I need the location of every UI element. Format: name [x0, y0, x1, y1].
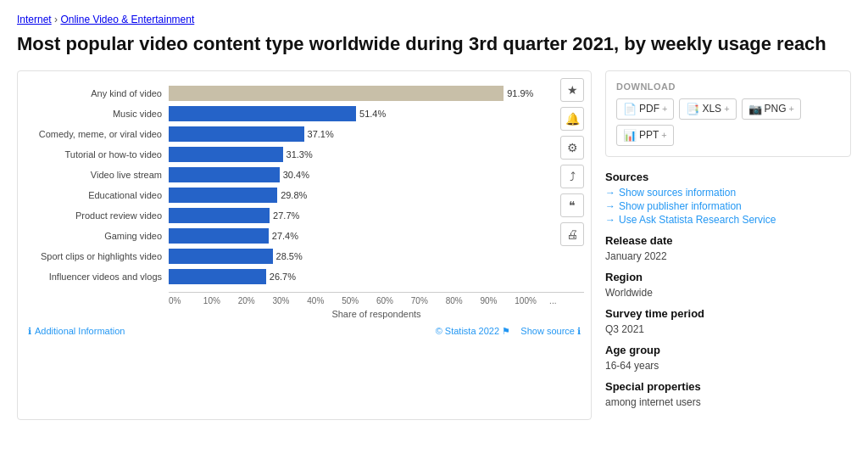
region-value: Worldwide	[605, 287, 851, 299]
xls-label: XLS	[702, 103, 721, 115]
breadcrumb-link-video[interactable]: Online Video & Entertainment	[60, 14, 194, 25]
bar-percent: 28.5%	[276, 251, 303, 261]
region-title: Region	[605, 271, 851, 283]
x-axis-label: 40%	[307, 296, 342, 305]
bar-row: Educational video29.8%	[25, 187, 584, 204]
bar-percent: 51.4%	[359, 109, 386, 119]
bar-fill	[169, 106, 356, 121]
bar-label: Video live stream	[25, 170, 169, 180]
bar-percent: 27.7%	[273, 210, 299, 221]
png-plus: +	[789, 104, 794, 114]
pdf-plus: +	[662, 104, 667, 114]
bar-row: Gaming video27.4%	[25, 227, 584, 244]
download-pdf-button[interactable]: 📄 PDF +	[616, 98, 674, 120]
bar-wrapper: 51.4%	[169, 105, 584, 122]
bar-percent: 30.4%	[283, 170, 309, 180]
bar-row: Tutorial or how-to video31.3%	[25, 146, 584, 163]
sources-block: Sources Show sources information Show pu…	[605, 171, 851, 226]
main-content: Any kind of video91.9%Music video51.4%Co…	[17, 70, 851, 420]
gear-button[interactable]: ⚙	[560, 136, 584, 160]
bar-fill	[169, 249, 273, 264]
breadcrumb-separator: ›	[54, 14, 58, 25]
download-png-button[interactable]: 📷 PNG +	[742, 98, 801, 120]
bar-percent: 27.4%	[272, 231, 298, 241]
x-axis-label: 30%	[272, 296, 307, 305]
bar-wrapper: 91.9%	[169, 85, 584, 102]
x-axis-label: 70%	[411, 296, 446, 305]
bar-row: Comedy, meme, or viral video37.1%	[25, 126, 584, 143]
ppt-icon: 📊	[623, 129, 637, 142]
ask-statista-link[interactable]: Use Ask Statista Research Service	[605, 214, 851, 226]
sources-title: Sources	[605, 171, 851, 183]
download-xls-button[interactable]: 📑 XLS +	[679, 98, 736, 120]
show-sources-link[interactable]: Show sources information	[605, 187, 851, 199]
bar-row: Influencer videos and vlogs26.7%	[25, 268, 584, 285]
special-properties-value: among internet users	[605, 396, 851, 408]
bar-label: Tutorial or how-to video	[25, 149, 169, 160]
x-axis-label: 100%	[515, 296, 549, 305]
x-axis-label: 50%	[342, 296, 376, 305]
age-group-title: Age group	[605, 344, 851, 356]
footer-right: © Statista 2022 ⚑ Show source ℹ	[436, 326, 581, 337]
survey-time-block: Survey time period Q3 2021	[605, 307, 851, 335]
bar-fill	[169, 228, 269, 244]
breadcrumb-link-internet[interactable]: Internet	[17, 14, 52, 25]
copyright-text: © Statista 2022	[436, 326, 499, 336]
xls-plus: +	[724, 104, 729, 114]
bar-row: Any kind of video91.9%	[25, 85, 584, 102]
bar-wrapper: 31.3%	[169, 146, 584, 163]
bar-fill	[169, 126, 304, 142]
additional-info[interactable]: ℹ Additional Information	[28, 326, 125, 337]
bar-fill	[169, 188, 277, 203]
pdf-icon: 📄	[623, 103, 637, 115]
bar-percent: 37.1%	[308, 129, 334, 139]
bar-label: Gaming video	[25, 231, 169, 241]
info-section: Sources Show sources information Show pu…	[605, 167, 851, 420]
bar-row: Music video51.4%	[25, 105, 584, 122]
bar-percent: 26.7%	[270, 272, 296, 282]
x-axis-label: 90%	[480, 296, 515, 305]
age-group-block: Age group 16-64 years	[605, 344, 851, 372]
png-icon: 📷	[748, 103, 762, 115]
x-axis-label: 10%	[203, 296, 238, 305]
download-section: DOWNLOAD 📄 PDF + 📑 XLS + 📷 PNG	[605, 70, 851, 157]
download-ppt-button[interactable]: 📊 PPT +	[616, 125, 674, 146]
bar-row: Video live stream30.4%	[25, 166, 584, 183]
release-date-value: January 2022	[605, 250, 851, 262]
download-title: DOWNLOAD	[616, 81, 840, 92]
survey-time-value: Q3 2021	[605, 323, 851, 335]
bar-fill	[169, 147, 283, 162]
bar-wrapper: 29.8%	[169, 187, 584, 204]
bar-wrapper: 27.4%	[169, 227, 584, 244]
x-axis-title: Share of respondents	[169, 309, 584, 319]
print-button[interactable]: 🖨	[560, 222, 584, 246]
additional-info-link[interactable]: Additional Information	[35, 326, 125, 336]
x-axis-label: ...	[549, 296, 584, 305]
bar-row: Sport clips or highlights video28.5%	[25, 248, 584, 265]
release-date-title: Release date	[605, 234, 851, 247]
bar-wrapper: 27.7%	[169, 207, 584, 224]
bell-button[interactable]: 🔔	[560, 107, 584, 131]
bar-wrapper: 30.4%	[169, 166, 584, 183]
chart-container: Any kind of video91.9%Music video51.4%Co…	[25, 85, 584, 289]
copyright-link[interactable]: © Statista 2022 ⚑	[436, 326, 514, 336]
share-button[interactable]: ⤴	[560, 165, 584, 188]
pdf-label: PDF	[639, 103, 659, 115]
chart-footer: ℹ Additional Information © Statista 2022…	[25, 326, 584, 337]
bookmark-button[interactable]: ★	[560, 78, 584, 102]
bar-row: Product review video27.7%	[25, 207, 584, 224]
ppt-label: PPT	[639, 129, 659, 141]
info-icon: ℹ	[28, 326, 31, 337]
special-properties-title: Special properties	[605, 380, 851, 393]
quote-button[interactable]: ❝	[560, 193, 584, 217]
bar-fill	[169, 86, 504, 101]
bar-label: Any kind of video	[25, 88, 169, 98]
bar-percent: 31.3%	[287, 149, 313, 160]
x-axis-label: 20%	[238, 296, 273, 305]
show-publisher-link[interactable]: Show publisher information	[605, 200, 851, 212]
bar-wrapper: 28.5%	[169, 248, 584, 265]
download-buttons: 📄 PDF + 📑 XLS + 📷 PNG +	[616, 98, 840, 146]
x-axis: 0%10%20%30%40%50%60%70%80%90%100%...	[169, 292, 584, 305]
show-source-link[interactable]: Show source	[520, 326, 575, 336]
page-title: Most popular video content type worldwid…	[17, 32, 851, 57]
